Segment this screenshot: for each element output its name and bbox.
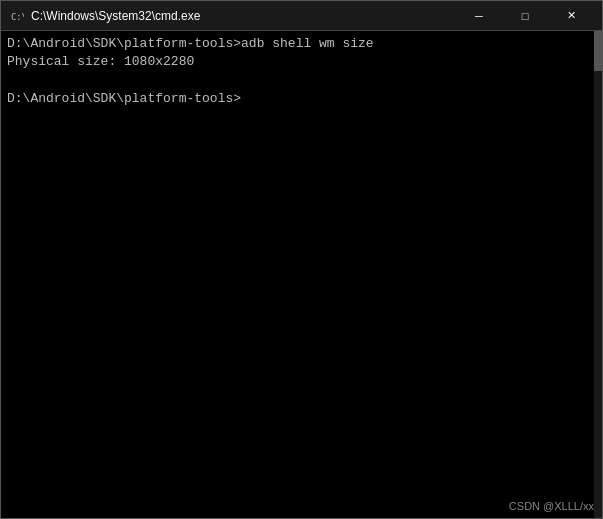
console-output: D:\Android\SDK\platform-tools>adb shell … <box>7 35 596 108</box>
watermark: CSDN @XLLL/xx <box>509 500 594 512</box>
minimize-button[interactable]: ─ <box>456 1 502 31</box>
window-title: C:\Windows\System32\cmd.exe <box>31 9 456 23</box>
window-controls: ─ □ ✕ <box>456 1 594 31</box>
svg-text:C:\: C:\ <box>11 11 24 21</box>
title-bar: C:\ C:\Windows\System32\cmd.exe ─ □ ✕ <box>1 1 602 31</box>
cmd-window: C:\ C:\Windows\System32\cmd.exe ─ □ ✕ D:… <box>0 0 603 519</box>
scrollbar[interactable] <box>594 31 602 518</box>
maximize-button[interactable]: □ <box>502 1 548 31</box>
console-body[interactable]: D:\Android\SDK\platform-tools>adb shell … <box>1 31 602 518</box>
close-button[interactable]: ✕ <box>548 1 594 31</box>
cmd-icon: C:\ <box>9 8 25 24</box>
scrollbar-thumb[interactable] <box>594 31 602 71</box>
